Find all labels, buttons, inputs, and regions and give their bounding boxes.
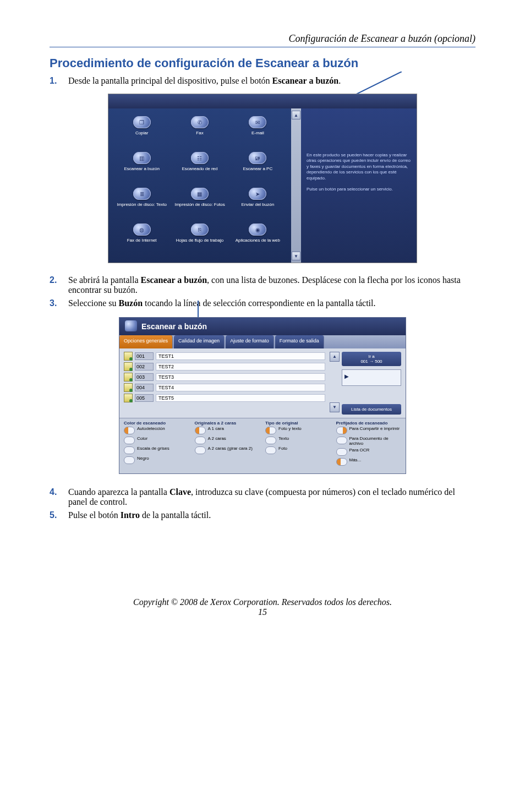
goto-button[interactable] [342, 369, 401, 386]
mailbox-row[interactable]: 002TEST2 [124, 362, 325, 371]
opt-color[interactable]: Color [124, 437, 189, 444]
workflow-icon: ⎘ [191, 224, 209, 236]
mailbox-row[interactable]: 005TEST5 [124, 394, 325, 402]
step-text-4: Cuando aparezca la pantalla Clave, intro… [68, 487, 475, 507]
folder-icon [124, 394, 133, 402]
step-text-1: Desde la pantalla principal del disposit… [68, 76, 475, 86]
opt-compartir[interactable]: Para Compartir e imprimir [336, 427, 402, 434]
svc-apps-web[interactable]: ◉Aplicaciones de la web [230, 224, 286, 257]
folder-icon [124, 383, 133, 392]
tab-calidad-imagen[interactable]: Calidad de imagen [174, 335, 225, 348]
opt-col-tipo: Tipo de original [265, 421, 331, 426]
step-number-1: 1. [50, 76, 68, 86]
screenshot-scan-mailbox: Escanear a buzón Opciones generales Cali… [50, 317, 475, 474]
scroll-up-icon[interactable]: ▲ [292, 111, 300, 119]
svc-impresion-fotos[interactable]: ▦Impresión de disco: Fotos [172, 188, 227, 221]
tab-formato-salida[interactable]: Formato de salida [275, 335, 324, 348]
scan-pc-icon: 🖳 [249, 152, 266, 164]
step-number-5: 5. [50, 510, 68, 520]
opt-foto[interactable]: Foto [265, 446, 331, 454]
opt-2caras[interactable]: A 2 caras [195, 437, 260, 444]
print-photo-icon: ▦ [191, 188, 209, 200]
mailbox-list: 001TEST1 002TEST2 003TEST3 004TEST4 005T… [124, 352, 325, 415]
step-number-3: 3. [50, 298, 68, 308]
step-number-2: 2. [50, 275, 68, 295]
mailbox-icon: ▥ [133, 152, 151, 164]
folder-icon [124, 362, 133, 371]
folder-icon [124, 373, 133, 382]
mailbox-row[interactable]: 003TEST3 [124, 373, 325, 382]
webapps-icon: ◉ [249, 224, 266, 236]
email-icon: ✉ [249, 116, 266, 128]
folder-icon [124, 352, 133, 361]
goto-label: Ir a 001 → 500 [342, 352, 401, 366]
opt-negro[interactable]: Negro [124, 456, 189, 464]
screenshot-main-panel: ❐Copiar ✆Fax ✉E-mail ▥Escanear a buzón ☷… [50, 94, 475, 263]
opt-1cara[interactable]: A 1 cara [195, 427, 260, 434]
document-list-button[interactable]: Lista de documentos [342, 404, 401, 415]
svc-escanear-pc[interactable]: 🖳Escanear a PC [230, 152, 286, 186]
page-title: Procedimiento de configuración de Escane… [50, 56, 475, 70]
send-mailbox-icon: ➤ [249, 188, 266, 200]
opt-col-caras: Originales a 2 caras [195, 421, 260, 426]
divider [50, 47, 475, 47]
opt-col-color: Color de escaneado [124, 421, 189, 426]
svc-fax[interactable]: ✆Fax [172, 116, 227, 150]
page-number: 15 [50, 607, 475, 617]
opt-ocr[interactable]: Para OCR [336, 448, 402, 456]
panel-title: Escanear a buzón [119, 318, 406, 335]
mailbox-row[interactable]: 004TEST4 [124, 383, 325, 392]
network-scan-icon: ☷ [191, 152, 209, 164]
scroll-down-icon[interactable]: ▼ [292, 252, 300, 260]
svc-enviar-buzon[interactable]: ➤Enviar del buzón [230, 188, 286, 221]
tab-opciones-generales[interactable]: Opciones generales [119, 335, 173, 348]
tab-ajuste-formato[interactable]: Ajuste de formato [226, 335, 274, 348]
svc-copiar[interactable]: ❐Copiar [114, 116, 169, 150]
scrollbar[interactable]: ▲ ▼ [291, 108, 301, 263]
step-text-5: Pulse el botón Intro de la pantalla táct… [68, 510, 475, 520]
opt-grises[interactable]: Escala de grises [124, 446, 189, 454]
svc-impresion-texto[interactable]: ≣Impresión de disco: Texto [114, 188, 169, 221]
list-scroll-up[interactable]: ▲ [330, 352, 340, 362]
copyright-footer: Copyright © 2008 de Xerox Corporation. R… [50, 597, 475, 607]
print-text-icon: ≣ [133, 188, 151, 200]
svc-email[interactable]: ✉E-mail [230, 116, 286, 150]
copy-icon: ❐ [133, 116, 151, 128]
opt-2caras-girar[interactable]: A 2 caras (girar cara 2) [195, 446, 260, 454]
svc-fax-internet[interactable]: ◍Fax de Internet [114, 224, 169, 257]
svc-escanear-buzon[interactable]: ▥Escanear a buzón [114, 152, 169, 186]
fax-icon: ✆ [191, 116, 209, 128]
section-header: Configuración de Escanear a buzón (opcio… [50, 33, 475, 45]
step-text-3: Seleccione su Buzón tocando la línea de … [68, 298, 475, 308]
opt-texto[interactable]: Texto [265, 437, 331, 444]
info-panel: En este producto se pueden hacer copias … [301, 108, 417, 263]
opt-col-prefijados: Prefijados de escaneado [336, 421, 402, 426]
step-text-2: Se abrirá la pantalla Escanear a buzón, … [68, 275, 475, 295]
mailbox-row[interactable]: 001TEST1 [124, 352, 325, 361]
svc-escaneado-red[interactable]: ☷Escaneado de red [172, 152, 227, 186]
step-number-4: 4. [50, 487, 68, 507]
ifax-icon: ◍ [133, 224, 151, 236]
opt-autodeteccion[interactable]: Autodetección [124, 427, 189, 434]
opt-mas[interactable]: Más... [336, 458, 402, 466]
mailbox-panel-icon [125, 320, 137, 331]
list-scroll-down[interactable]: ▼ [330, 402, 340, 412]
opt-archivo[interactable]: Para Documento de archivo [336, 437, 402, 446]
window-titlebar [108, 94, 417, 108]
opt-foto-texto[interactable]: Foto y texto [265, 427, 331, 434]
svc-hojas-flujo[interactable]: ⎘Hojas de flujo de trabajo [172, 224, 227, 257]
